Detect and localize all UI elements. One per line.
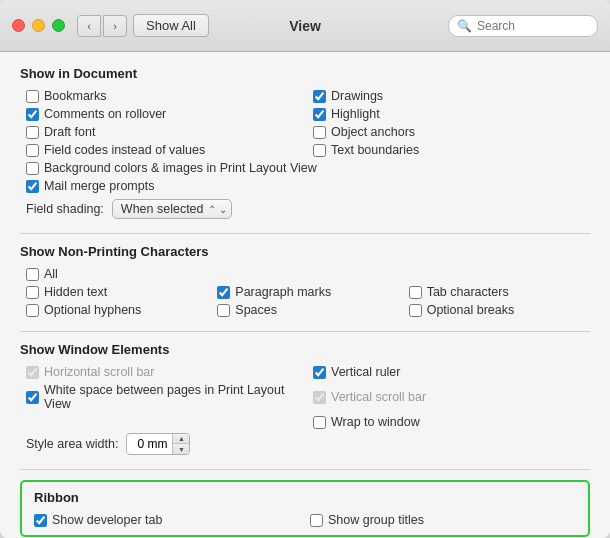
show-window-elements-title: Show Window Elements [20,342,590,357]
vertical-ruler-checkbox[interactable] [313,366,326,379]
nav-buttons: ‹ › [77,15,127,37]
white-space-row: White space between pages in Print Layou… [26,383,303,411]
field-shading-select-wrapper: Always When selected Never ⌃ ⌄ [112,199,232,219]
object-anchors-row: Object anchors [313,125,590,139]
mail-merge-row: Mail merge prompts [26,179,303,193]
spaces-row: Spaces [217,303,398,317]
mail-merge-checkbox[interactable] [26,180,39,193]
search-box[interactable]: 🔍 [448,15,598,37]
show-developer-tab-checkbox[interactable] [34,514,47,527]
optional-breaks-row: Optional breaks [409,303,590,317]
background-colors-label: Background colors & images in Print Layo… [44,161,317,175]
window-title: View [289,18,321,34]
bookmarks-label: Bookmarks [44,89,107,103]
hidden-text-checkbox[interactable] [26,286,39,299]
field-codes-checkbox[interactable] [26,144,39,157]
draft-font-row: Draft font [26,125,303,139]
drawings-label: Drawings [331,89,383,103]
white-space-checkbox[interactable] [26,391,39,404]
text-boundaries-label: Text boundaries [331,143,419,157]
horizontal-scroll-checkbox[interactable] [26,366,39,379]
paragraph-marks-checkbox[interactable] [217,286,230,299]
comments-rollover-row: Comments on rollover [26,107,303,121]
paragraph-marks-label: Paragraph marks [235,285,331,299]
all-checkbox[interactable] [26,268,39,281]
show-window-elements-section: Show Window Elements Horizontal scroll b… [20,342,590,455]
content-area: Show in Document Bookmarks Drawings Comm… [0,52,610,538]
drawings-checkbox[interactable] [313,90,326,103]
show-developer-tab-row: Show developer tab [34,513,300,527]
object-anchors-label: Object anchors [331,125,415,139]
field-shading-select[interactable]: Always When selected Never [112,199,232,219]
paragraph-marks-row: Paragraph marks [217,285,398,299]
optional-breaks-checkbox[interactable] [409,304,422,317]
tab-characters-row: Tab characters [409,285,590,299]
all-label: All [44,267,58,281]
highlight-checkbox[interactable] [313,108,326,121]
bookmarks-checkbox[interactable] [26,90,39,103]
style-area-row: Style area width: ▲ ▼ [20,433,590,455]
style-area-stepper[interactable]: ▲ ▼ [126,433,190,455]
optional-hyphens-label: Optional hyphens [44,303,141,317]
vertical-scroll-row: Vertical scroll bar [313,383,590,411]
maximize-button[interactable] [52,19,65,32]
preferences-window: ‹ › Show All View 🔍 Show in Document Boo… [0,0,610,538]
mail-merge-label: Mail merge prompts [44,179,154,193]
field-codes-row: Field codes instead of values [26,143,303,157]
vertical-scroll-checkbox[interactable] [313,391,326,404]
wrap-to-window-label: Wrap to window [331,415,420,429]
minimize-button[interactable] [32,19,45,32]
comments-rollover-label: Comments on rollover [44,107,166,121]
horizontal-scroll-label: Horizontal scroll bar [44,365,154,379]
wrap-to-window-checkbox[interactable] [313,416,326,429]
ribbon-section: Ribbon Show developer tab Show group tit… [20,480,590,537]
drawings-row: Drawings [313,89,590,103]
show-non-printing-title: Show Non-Printing Characters [20,244,590,259]
traffic-lights [12,19,65,32]
show-non-printing-section: Show Non-Printing Characters All Hidden … [20,244,590,317]
spaces-label: Spaces [235,303,277,317]
style-area-input[interactable] [127,435,172,453]
horizontal-scroll-row: Horizontal scroll bar [26,365,303,379]
field-codes-label: Field codes instead of values [44,143,205,157]
background-colors-row: Background colors & images in Print Layo… [26,161,590,175]
highlight-row: Highlight [313,107,590,121]
divider-1 [20,233,590,234]
object-anchors-checkbox[interactable] [313,126,326,139]
tab-characters-checkbox[interactable] [409,286,422,299]
show-in-document-section: Show in Document Bookmarks Drawings Comm… [20,66,590,219]
draft-font-label: Draft font [44,125,95,139]
bookmarks-row: Bookmarks [26,89,303,103]
show-in-document-title: Show in Document [20,66,590,81]
tab-characters-label: Tab characters [427,285,509,299]
optional-breaks-label: Optional breaks [427,303,515,317]
ribbon-title: Ribbon [34,490,576,505]
search-input[interactable] [477,19,589,33]
vertical-scroll-label: Vertical scroll bar [331,390,426,404]
style-area-label: Style area width: [26,437,118,451]
forward-button[interactable]: › [103,15,127,37]
background-colors-checkbox[interactable] [26,162,39,175]
optional-hyphens-checkbox[interactable] [26,304,39,317]
stepper-down-button[interactable]: ▼ [173,444,189,454]
stepper-buttons: ▲ ▼ [172,434,189,454]
stepper-up-button[interactable]: ▲ [173,434,189,444]
all-row: All [26,267,590,281]
text-boundaries-checkbox[interactable] [313,144,326,157]
close-button[interactable] [12,19,25,32]
hidden-text-row: Hidden text [26,285,207,299]
show-group-titles-checkbox[interactable] [310,514,323,527]
divider-2 [20,331,590,332]
divider-3 [20,469,590,470]
back-button[interactable]: ‹ [77,15,101,37]
show-group-titles-label: Show group titles [328,513,424,527]
comments-rollover-checkbox[interactable] [26,108,39,121]
vertical-ruler-row: Vertical ruler [313,365,590,379]
optional-hyphens-row: Optional hyphens [26,303,207,317]
show-group-titles-row: Show group titles [310,513,576,527]
highlight-label: Highlight [331,107,380,121]
show-all-button[interactable]: Show All [133,14,209,37]
spaces-checkbox[interactable] [217,304,230,317]
draft-font-checkbox[interactable] [26,126,39,139]
vertical-ruler-label: Vertical ruler [331,365,400,379]
